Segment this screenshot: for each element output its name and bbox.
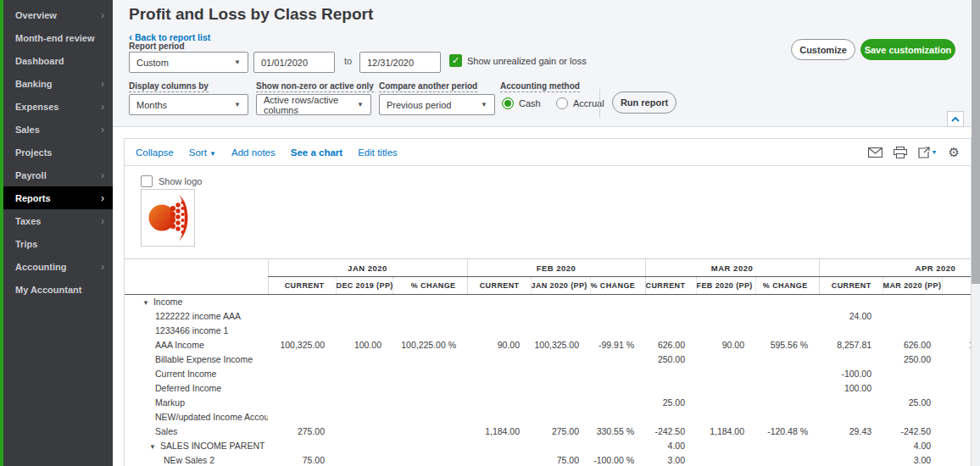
sidebar-item-my-accountant[interactable]: My Accountant	[3, 278, 113, 301]
cell: 90.00	[467, 338, 531, 352]
sidebar-item-taxes[interactable]: Taxes›	[3, 209, 113, 232]
chevron-down-icon: ▼	[357, 101, 364, 108]
cell: -242.50	[645, 424, 696, 439]
sidebar-item-accounting[interactable]: Accounting›	[3, 255, 113, 278]
sidebar-item-month-end-review[interactable]: Month-end review	[3, 26, 113, 49]
report-toolbar: Collapse Sort ▼ Add notes See a chart Ed…	[125, 139, 971, 166]
table-row: Current Income-100.00	[125, 367, 971, 381]
table-row: NEw Sales 275.0075.00-100.00 %3.003.00	[125, 453, 971, 466]
cell: 250.00	[645, 352, 696, 367]
cell	[590, 396, 645, 410]
cell: NEw Sales 2	[125, 453, 268, 466]
email-icon[interactable]	[868, 147, 883, 158]
display-columns-by-select[interactable]: Months▼	[129, 94, 248, 115]
cell	[393, 324, 467, 338]
sidebar-item-label: Month-end review	[15, 33, 95, 43]
column-header: CURRENT	[819, 277, 883, 295]
column-header: JAN 2020 (PP)	[531, 277, 590, 295]
cell	[819, 453, 883, 466]
report-period-select[interactable]: Custom▼	[129, 52, 248, 73]
cell: Billable Expense Income	[125, 352, 268, 367]
page-title: Profit and Loss by Class Report	[129, 5, 373, 24]
cell	[336, 367, 393, 381]
cell	[336, 396, 393, 410]
date-to-input[interactable]: 12/31/2020	[359, 52, 441, 73]
cell	[268, 410, 336, 424]
settings-gear-icon[interactable]: ⚙	[949, 146, 960, 158]
cell: NEW/updated Income Account	[125, 410, 268, 424]
save-customization-button[interactable]: Save customization	[860, 39, 955, 60]
cell: 626.00	[883, 338, 942, 352]
cash-radio[interactable]: Cash	[502, 97, 541, 109]
edit-titles-link[interactable]: Edit titles	[358, 147, 398, 158]
table-row: Sales275.001,184.00275.00330.55 %-242.50…	[125, 424, 971, 439]
sidebar-item-trips[interactable]: Trips	[3, 232, 113, 255]
chevron-down-icon: ▼	[209, 150, 216, 158]
cell	[467, 410, 531, 424]
app-window: Overview›Month-end reviewDashboardBankin…	[0, 0, 980, 466]
sidebar-item-sales[interactable]: Sales›	[3, 118, 113, 141]
export-icon[interactable]: ▼	[918, 147, 938, 158]
show-logo-checkbox[interactable]	[141, 175, 153, 187]
add-notes-link[interactable]: Add notes	[231, 147, 276, 158]
cell	[590, 439, 645, 453]
sidebar-item-expenses[interactable]: Expenses›	[3, 95, 113, 118]
print-icon[interactable]	[894, 147, 907, 158]
sidebar-item-payroll[interactable]: Payroll›	[3, 164, 113, 186]
run-report-button[interactable]: Run report	[612, 92, 677, 114]
cell	[268, 295, 336, 309]
sidebar-item-projects[interactable]: Projects	[3, 141, 113, 164]
logo-image	[145, 193, 191, 242]
show-unrealized-checkbox[interactable]: ✓	[449, 54, 462, 67]
cell: 275.00	[531, 424, 590, 439]
cell: 330.55 %	[590, 424, 645, 439]
nonzero-select[interactable]: Active rows/active columns▼	[256, 94, 371, 115]
month-group-header: JAN 2020	[268, 259, 467, 277]
cell: Sales	[125, 424, 268, 439]
chevron-right-icon: ›	[101, 9, 104, 21]
customize-button[interactable]: Customize	[791, 39, 855, 60]
sidebar-item-banking[interactable]: Banking›	[3, 72, 113, 95]
sidebar-item-dashboard[interactable]: Dashboard	[3, 49, 113, 72]
sidebar-item-overview[interactable]: Overview›	[3, 3, 113, 26]
row-label: NEW/updated Income Account	[155, 412, 268, 422]
cell: 25.00	[645, 396, 696, 410]
sidebar-item-reports[interactable]: Reports›	[3, 186, 113, 209]
cell	[755, 410, 819, 424]
sort-link[interactable]: Sort ▼	[189, 147, 216, 158]
collapse-header-button[interactable]	[947, 111, 964, 127]
cell	[336, 295, 393, 309]
cell	[125, 277, 268, 295]
cell	[467, 381, 531, 396]
compare-period-select[interactable]: Previous period▼	[379, 94, 495, 115]
scrollbar-thumb[interactable]	[972, 0, 980, 284]
cell	[883, 295, 942, 309]
vertical-scrollbar[interactable]	[972, 0, 980, 466]
cell: 3.00	[645, 453, 696, 466]
cell: 1,184.00	[467, 424, 531, 439]
cell	[819, 410, 883, 424]
cell	[393, 410, 467, 424]
see-a-chart-link[interactable]: See a chart	[291, 147, 342, 158]
row-label: SALES INCOME PARENT	[160, 441, 265, 451]
divider	[599, 89, 600, 118]
cell	[590, 381, 645, 396]
row-collapse-icon[interactable]: ▼	[149, 443, 156, 451]
cell	[819, 324, 883, 338]
date-from-input[interactable]: 01/01/2020	[253, 52, 335, 73]
cell	[268, 396, 336, 410]
row-collapse-icon[interactable]: ▼	[142, 299, 149, 307]
cell	[393, 381, 467, 396]
cell	[645, 410, 696, 424]
accrual-radio[interactable]: Accrual	[556, 97, 604, 109]
to-label: to	[344, 56, 352, 66]
collapse-link[interactable]: Collapse	[136, 147, 174, 158]
cell	[883, 381, 942, 396]
row-label: NEw Sales 2	[164, 455, 214, 465]
cell	[696, 410, 755, 424]
cell	[467, 309, 531, 324]
column-header: % CHANGE	[942, 277, 971, 295]
cell	[531, 396, 590, 410]
column-header: % CHANGE	[590, 277, 645, 295]
chevron-right-icon: ›	[101, 124, 104, 136]
